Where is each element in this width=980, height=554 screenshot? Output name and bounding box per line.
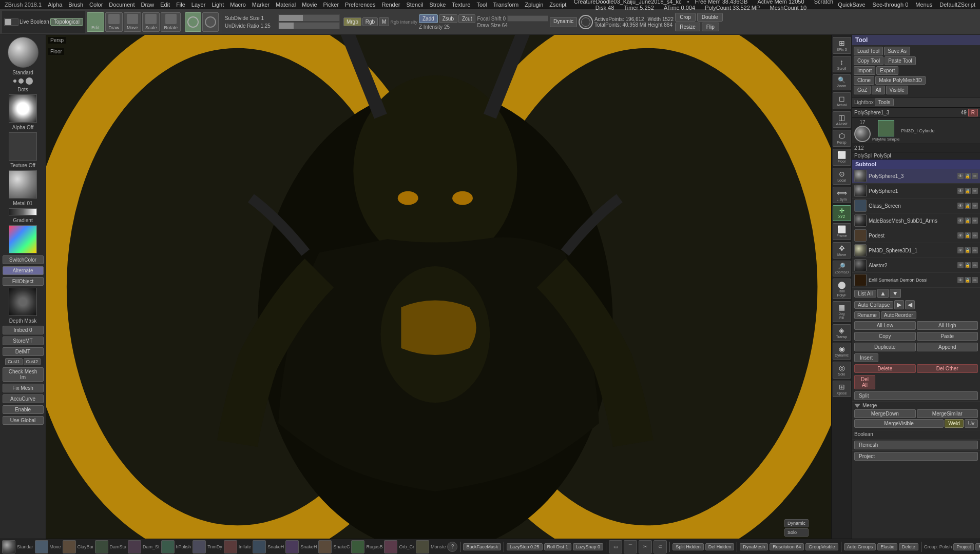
delete-bottom-btn[interactable]: Delete — [899, 543, 918, 550]
more-brushes-btn[interactable]: ? — [447, 542, 457, 552]
append-btn[interactable]: Append — [917, 343, 978, 351]
eye-icon-1[interactable]: 👁 — [957, 188, 964, 194]
arrow-right-btn[interactable]: ▶ — [894, 300, 904, 309]
zoomsd-btn[interactable]: 🔎 ZoomSD — [833, 261, 851, 276]
menu-zplugin[interactable]: Zplugin — [522, 2, 546, 8]
move-view-btn[interactable]: ✥ Move — [833, 242, 851, 259]
clip-curve-icon[interactable]: ⊂ — [654, 540, 667, 553]
delete-btn[interactable]: Delete — [854, 364, 916, 373]
pencil-icon-3[interactable]: ✏ — [972, 217, 978, 224]
frame-btn[interactable]: ⬜ Frame — [833, 223, 851, 240]
alpha-preview[interactable] — [9, 94, 37, 123]
import-btn[interactable]: Import — [854, 66, 875, 75]
double-btn[interactable]: Double — [697, 13, 723, 22]
menu-stroke[interactable]: Stroke — [427, 2, 449, 8]
lazy-step-btn[interactable]: LazyStep 0.25 — [507, 543, 543, 550]
enable-btn[interactable]: Enable — [3, 405, 44, 414]
zcut-btn[interactable]: Zcut — [458, 14, 475, 23]
menu-transform[interactable]: Transform — [491, 2, 522, 8]
xyz-btn[interactable]: ✛ XYZ — [833, 205, 851, 221]
snakeh2-brush-icon[interactable] — [285, 540, 299, 553]
cust2-btn[interactable]: Cust2 — [24, 358, 41, 365]
lock-icon-0[interactable]: 🔒 — [965, 173, 971, 179]
resolution-btn[interactable]: Resolution 64 — [770, 543, 804, 550]
move-brush-icon[interactable] — [35, 540, 48, 553]
lock-icon-5[interactable]: 🔒 — [965, 247, 971, 253]
merge-visible-btn[interactable]: MergeVisible — [854, 419, 944, 428]
save-as-btn[interactable]: Save As — [884, 47, 910, 55]
solo-view-btn[interactable]: ◎ Solo — [833, 362, 851, 379]
menu-alpha[interactable]: Alpha — [45, 2, 65, 8]
material-preview[interactable] — [9, 170, 37, 199]
actual-btn[interactable]: ◻ Actual — [833, 92, 851, 109]
group-visible-btn[interactable]: GroupVisible — [805, 543, 838, 550]
default-zscript-btn[interactable]: DefaultZScript — [937, 2, 978, 8]
insert-btn[interactable]: Insert — [854, 353, 878, 362]
depth-mask-preview[interactable] — [9, 288, 37, 316]
m-btn[interactable]: M — [379, 17, 389, 26]
rugasb-brush-icon[interactable] — [351, 540, 364, 553]
brush-preview[interactable] — [8, 37, 39, 68]
store-mt-btn[interactable]: StoreMT — [3, 337, 44, 345]
menu-preferences[interactable]: Preferences — [342, 2, 378, 8]
subtool-item-polysphere1[interactable]: PolySphere1 👁 🔒 ✏ — [852, 184, 980, 199]
rgb-btn[interactable]: Rgb — [362, 17, 378, 26]
backface-mask-btn[interactable]: BackFaceMask — [463, 543, 501, 550]
move-btn[interactable]: Move — [124, 12, 141, 32]
canvas-area[interactable]: Persp Floor Dynamic Solo — [46, 35, 831, 539]
subtool-header[interactable]: Subtool — [852, 160, 980, 169]
jog-fill-btn[interactable]: ▦ JogFill — [833, 301, 851, 322]
menu-material[interactable]: Material — [273, 2, 298, 8]
pencil-icon-2[interactable]: ✏ — [972, 203, 978, 209]
draw-size-circle[interactable] — [579, 15, 593, 29]
polyspl2-label[interactable]: PolySpl — [874, 153, 891, 159]
menu-movie[interactable]: Movie — [299, 2, 319, 8]
tools-dropdown-btn[interactable]: Tools — [875, 98, 894, 106]
switch-color-btn[interactable]: SwitchColor — [3, 255, 44, 264]
list-all-btn[interactable]: List All — [854, 290, 876, 298]
eye-icon-5[interactable]: 👁 — [957, 247, 964, 253]
duplicate-btn[interactable]: Duplicate — [854, 343, 916, 351]
pencil-icon-6[interactable]: ✏ — [972, 262, 978, 268]
pencil-icon-4[interactable]: ✏ — [972, 232, 978, 239]
uv-btn[interactable]: Uv — [965, 419, 978, 428]
zadd-btn[interactable]: Zadd — [419, 14, 438, 23]
focal-shift-slider[interactable] — [507, 15, 548, 22]
auto-reorder-btn[interactable]: AutoReorder — [881, 311, 916, 319]
project-btn[interactable]: Project — [854, 452, 978, 461]
lazy-snap-btn[interactable]: LazySnap 0 — [573, 543, 604, 550]
lsym-btn[interactable]: ⟺ L.Sym — [833, 187, 851, 204]
menu-zscript[interactable]: Zscript — [547, 2, 569, 8]
polyme-simple-thumb[interactable] — [878, 120, 894, 136]
menu-brush[interactable]: Brush — [66, 2, 86, 8]
crop-btn[interactable]: Crop — [675, 13, 696, 22]
imbed-btn[interactable]: Imbed 0 — [3, 326, 44, 334]
arrow-left-btn[interactable]: ◀ — [905, 300, 915, 309]
claybuild-brush-icon[interactable] — [63, 540, 76, 553]
rename-btn[interactable]: Rename — [854, 311, 880, 319]
cust1-btn[interactable]: Cust1 — [5, 358, 23, 365]
lock-icon-6[interactable]: 🔒 — [965, 262, 971, 268]
live-boolean-toggle[interactable] — [4, 18, 18, 26]
lock-icon-2[interactable]: 🔒 — [965, 203, 971, 209]
make-polymesh-btn[interactable]: Make PolyMesh3D — [875, 76, 926, 85]
polyspl1-label[interactable]: PolySpl — [854, 153, 872, 159]
menus-btn[interactable]: Menus — [913, 2, 935, 8]
check-mesh-btn[interactable]: Check Mesh Im — [3, 367, 44, 382]
inflate-brush-icon[interactable] — [224, 540, 237, 553]
menu-render[interactable]: Render — [379, 2, 402, 8]
scroll-btn[interactable]: ↕ Scroll — [833, 56, 851, 73]
lock-icon-7[interactable]: 🔒 — [965, 277, 971, 283]
viewport-canvas[interactable] — [46, 35, 831, 539]
auto-collapse-btn[interactable]: Auto Collapse — [854, 301, 893, 309]
goz-btn[interactable]: GoZ — [854, 86, 871, 94]
orbcr-brush-icon[interactable] — [384, 540, 397, 553]
pm3d-cylinder-thumb[interactable] — [854, 126, 871, 142]
subtool-item-malebase[interactable]: MaleBaseMesh_SubD1_Arms 👁 🔒 ✏ — [852, 213, 980, 228]
subtool-item-pm3d-sphere[interactable]: PM3D_Sphere3D1_1 👁 🔒 ✏ — [852, 243, 980, 258]
slice-cut-icon[interactable]: ✂ — [639, 540, 652, 553]
menu-layer[interactable]: Layer — [189, 2, 208, 8]
menu-marker[interactable]: Marker — [249, 2, 272, 8]
load-tool-btn[interactable]: Load Tool — [854, 47, 883, 55]
persp-btn[interactable]: ⬡ Persp — [833, 130, 851, 147]
